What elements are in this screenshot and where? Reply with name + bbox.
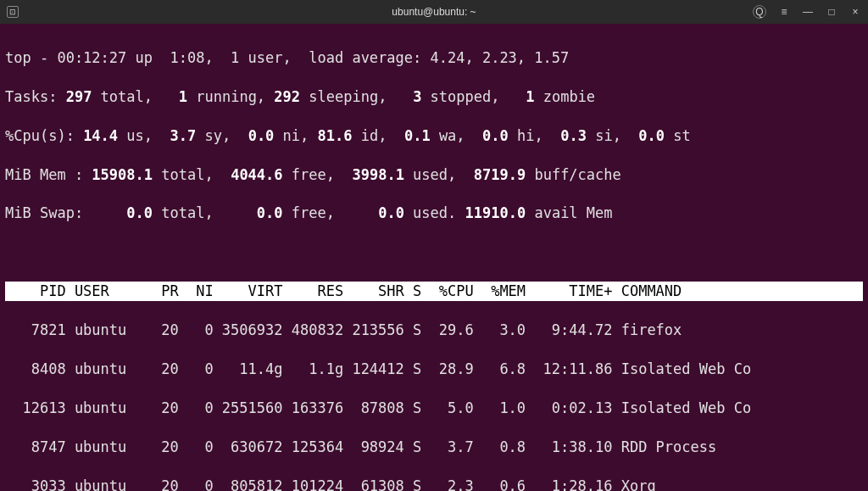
- tasks-total: 297: [57, 88, 100, 105]
- cpu-ni: 0.0: [231, 127, 282, 144]
- terminal-app-icon: ⊡: [7, 6, 19, 18]
- cpu-hi: 0.0: [465, 127, 517, 144]
- mem-free: 4044.6: [214, 166, 292, 183]
- blank-line: [5, 243, 863, 262]
- minimize-button[interactable]: —: [802, 6, 814, 18]
- cpu-si: 0.3: [543, 127, 595, 144]
- cpu-id-label: id,: [361, 127, 387, 144]
- close-button[interactable]: ×: [849, 6, 861, 18]
- swap-used-label: used.: [413, 204, 456, 221]
- cpu-sy-label: sy,: [204, 127, 231, 144]
- cpu-si-label: si,: [595, 127, 621, 144]
- swap-avail-label: avail Mem: [534, 204, 612, 221]
- process-row: 8408 ubuntu 20 0 11.4g 1.1g 124412 S 28.…: [5, 360, 863, 379]
- mem-buff-label: buff/cache: [534, 166, 620, 183]
- swap-free-label: free,: [292, 204, 335, 221]
- menu-icon[interactable]: ≡: [778, 6, 790, 18]
- cpu-st-label: st: [673, 127, 690, 144]
- terminal-output[interactable]: top - 00:12:27 up 1:08, 1 user, load ave…: [0, 24, 868, 491]
- maximize-button[interactable]: □: [826, 6, 837, 18]
- cpu-line: %Cpu(s): 14.4 us, 3.7 sy, 0.0 ni, 81.6 i…: [5, 126, 863, 146]
- swap-free: 0.0: [214, 204, 292, 221]
- tasks-line: Tasks: 297 total, 1 running, 292 sleepin…: [5, 87, 863, 107]
- swap-total: 0.0: [83, 204, 161, 221]
- cpu-id: 81.6: [309, 127, 360, 144]
- cpu-sy: 3.7: [153, 127, 204, 144]
- window-title: ubuntu@ubuntu: ~: [392, 6, 476, 18]
- tasks-stopped: 3: [387, 88, 430, 105]
- cpu-wa-label: wa,: [439, 127, 465, 144]
- mem-used-label: used,: [413, 166, 456, 183]
- cpu-ni-label: ni,: [283, 127, 309, 144]
- tasks-running-label: running,: [196, 88, 265, 105]
- mem-total-label: total,: [161, 166, 213, 183]
- tasks-stopped-label: stopped,: [431, 88, 500, 105]
- swap-avail: 11910.0: [456, 204, 534, 221]
- cpu-wa: 0.1: [387, 127, 438, 144]
- mem-used: 3998.1: [335, 166, 413, 183]
- top-uptime-line: top - 00:12:27 up 1:08, 1 user, load ave…: [5, 48, 863, 68]
- tasks-label: Tasks:: [5, 88, 57, 105]
- tasks-sleeping-label: sleeping,: [309, 88, 387, 105]
- process-row: 12613 ubuntu 20 0 2551560 163376 87808 S…: [5, 399, 863, 418]
- cpu-hi-label: hi,: [517, 127, 543, 144]
- cpu-us: 14.4: [75, 127, 126, 144]
- window-titlebar: ⊡ ubuntu@ubuntu: ~ Q ≡ — □ ×: [0, 0, 868, 24]
- tasks-sleeping: 292: [265, 88, 309, 105]
- search-icon[interactable]: Q: [753, 5, 766, 19]
- mem-buff: 8719.9: [456, 166, 534, 183]
- mem-free-label: free,: [292, 166, 335, 183]
- titlebar-controls: Q ≡ — □ ×: [753, 5, 861, 19]
- process-row: 3033 ubuntu 20 0 805812 101224 61308 S 2…: [5, 477, 863, 491]
- mem-label: MiB Mem :: [5, 166, 83, 183]
- mem-line: MiB Mem : 15908.1 total, 4044.6 free, 39…: [5, 165, 863, 185]
- swap-used: 0.0: [335, 204, 413, 221]
- titlebar-left: ⊡: [7, 6, 19, 18]
- swap-label: MiB Swap:: [5, 204, 83, 221]
- cpu-label: %Cpu(s):: [5, 127, 75, 144]
- tasks-running: 1: [153, 88, 196, 105]
- process-row: 8747 ubuntu 20 0 630672 125364 98924 S 3…: [5, 438, 863, 457]
- process-table-header: PID USER PR NI VIRT RES SHR S %CPU %MEM …: [5, 282, 863, 301]
- cpu-us-label: us,: [126, 127, 153, 144]
- swap-line: MiB Swap: 0.0 total, 0.0 free, 0.0 used.…: [5, 204, 863, 223]
- tasks-zombie-label: zombie: [543, 88, 595, 105]
- tasks-zombie: 1: [500, 88, 543, 105]
- mem-total: 15908.1: [83, 166, 161, 183]
- process-row: 7821 ubuntu 20 0 3506932 480832 213556 S…: [5, 321, 863, 340]
- cpu-st: 0.0: [621, 127, 673, 144]
- swap-total-label: total,: [161, 204, 213, 221]
- tasks-total-label: total,: [101, 88, 153, 105]
